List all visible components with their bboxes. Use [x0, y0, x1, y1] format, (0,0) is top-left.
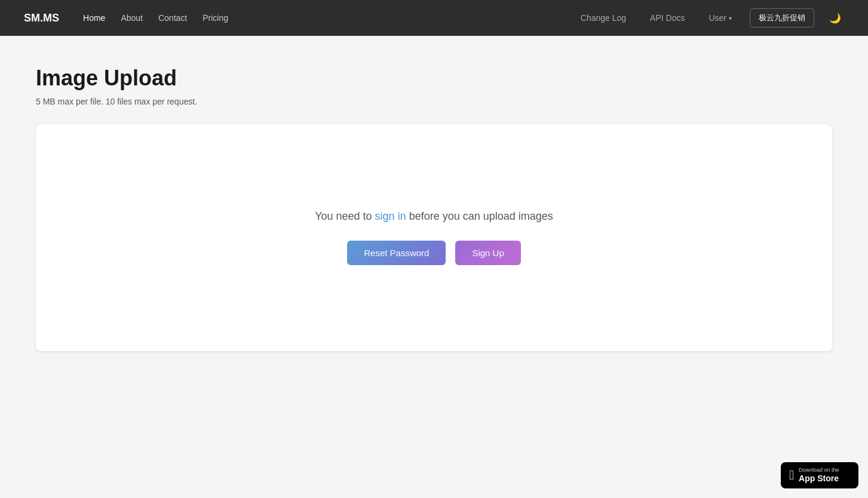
nav-changelog[interactable]: Change Log: [575, 10, 632, 26]
nav-pricing[interactable]: Pricing: [197, 10, 234, 26]
navbar-right: Change Log API Docs User ▾ 极云九折促销 🌙: [575, 8, 844, 27]
brand-logo[interactable]: SM.MS: [24, 12, 59, 24]
navbar: SM.MS Home About Contact Pricing Change …: [0, 0, 868, 36]
page-title: Image Upload: [36, 66, 832, 91]
message-before: You need to: [315, 210, 375, 222]
app-store-large-text: App Store: [799, 474, 839, 484]
user-dropdown[interactable]: User ▾: [703, 10, 738, 26]
nav-about[interactable]: About: [115, 10, 149, 26]
sign-up-button[interactable]: Sign Up: [455, 241, 520, 265]
sign-in-link[interactable]: sign in: [375, 210, 406, 222]
nav-home[interactable]: Home: [77, 10, 111, 26]
chevron-down-icon: ▾: [729, 15, 732, 21]
dark-mode-toggle[interactable]: 🌙: [826, 9, 844, 27]
user-label: User: [708, 13, 726, 23]
nav-contact[interactable]: Contact: [152, 10, 193, 26]
nav-links: Home About Contact Pricing: [77, 10, 575, 26]
upload-message: You need to sign in before you can uploa…: [315, 210, 553, 223]
promo-button[interactable]: 极云九折促销: [750, 8, 814, 27]
app-store-link[interactable]:  Download on the App Store: [781, 462, 858, 488]
nav-api-docs[interactable]: API Docs: [644, 10, 691, 26]
page-subtitle: 5 MB max per file. 10 files max per requ…: [36, 97, 832, 106]
moon-icon: 🌙: [829, 13, 841, 24]
message-after: before you can upload images: [406, 210, 553, 222]
app-store-small-text: Download on the: [799, 467, 839, 474]
app-store-text: Download on the App Store: [799, 467, 839, 484]
upload-actions: Reset Password Sign Up: [347, 241, 521, 265]
upload-area: You need to sign in before you can uploa…: [36, 124, 832, 351]
footer:  Download on the App Store: [781, 462, 858, 488]
reset-password-button[interactable]: Reset Password: [347, 241, 446, 265]
apple-icon: : [789, 469, 794, 482]
main-content: Image Upload 5 MB max per file. 10 files…: [0, 36, 868, 498]
